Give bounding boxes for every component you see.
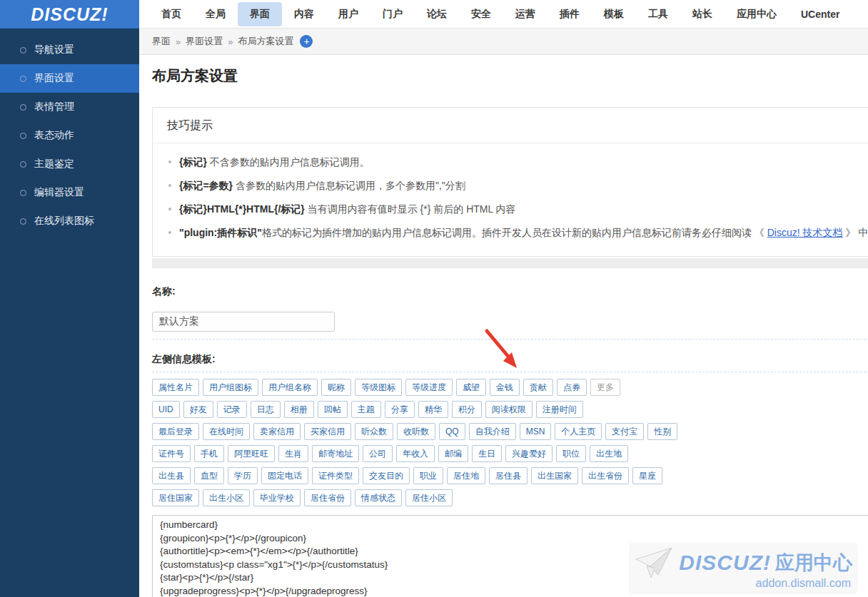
tag-button[interactable]: 出生小区 [203,489,250,506]
tag-button[interactable]: 居住县 [489,467,528,484]
sidebar-item-1[interactable]: 界面设置 [0,64,139,93]
tag-button[interactable]: 积分 [452,401,482,418]
sidebar-item-3[interactable]: 表态动作 [0,121,139,150]
add-scheme-button[interactable]: + [300,35,313,48]
tag-button[interactable]: 点券 [557,379,587,396]
nav-item-3[interactable]: 内容 [282,2,326,26]
tag-button[interactable]: 阿里旺旺 [228,445,275,462]
template-code-textarea[interactable]: {numbercard} {groupicon}<p>{*}</p>{/grou… [152,515,868,597]
sidebar-item-4[interactable]: 主题鉴定 [0,150,139,178]
tag-button[interactable]: 回帖 [318,401,348,418]
tag-button[interactable]: 威望 [456,379,486,396]
tag-button[interactable]: 血型 [194,467,224,484]
tag-button[interactable]: 等级进度 [405,379,453,396]
tag-button[interactable]: 最后登录 [152,423,199,440]
tag-button[interactable]: 卖家信用 [253,423,301,440]
tag-button[interactable]: 金钱 [490,379,520,396]
tag-button[interactable]: 用户组名称 [262,379,318,396]
scheme-name-input[interactable] [152,312,335,332]
tag-button[interactable]: 用户组图标 [203,379,258,396]
tag-button[interactable]: 好友 [183,401,213,418]
tag-button[interactable]: 属性名片 [152,379,199,396]
tag-button[interactable]: 居住地 [447,467,485,484]
tag-button[interactable]: 生肖 [278,445,308,462]
tag-button[interactable]: 日志 [251,401,281,418]
tag-button[interactable]: 年收入 [396,445,435,462]
tag-button[interactable]: 毕业学校 [253,489,301,506]
tag-button[interactable]: 生日 [472,445,502,462]
tag-button[interactable]: UID [152,401,180,418]
tag-button[interactable]: 分享 [385,401,415,418]
tip-item-2: {标记}HTML{*}HTML{/标记} 当有调用内容有值时显示 {*} 前后的… [168,198,868,221]
sidebar-item-5[interactable]: 编辑器设置 [0,178,139,207]
sidebar-item-label: 界面设置 [34,72,74,85]
sidebar-item-2[interactable]: 表情管理 [0,93,139,121]
nav-item-10[interactable]: 模板 [592,2,636,26]
tag-button[interactable]: 职业 [413,467,443,484]
tag-button[interactable]: 听众数 [355,423,393,440]
nav-item-13[interactable]: 应用中心 [725,2,789,26]
tag-button[interactable]: 阅读权限 [485,401,533,418]
tag-button[interactable]: 出生省份 [582,467,629,484]
top-nav: 首页全局界面内容用户门户论坛安全运营插件模板工具站长应用中心UCenter [139,0,868,29]
tag-button[interactable]: 居住国家 [152,489,199,506]
tag-button[interactable]: 出生国家 [531,467,578,484]
tag-button[interactable]: 昵称 [321,379,351,396]
tag-button[interactable]: 贡献 [523,379,553,396]
tag-button[interactable]: 自我介绍 [469,423,516,440]
tag-button[interactable]: 星座 [632,467,662,484]
tag-button[interactable]: 证件号 [152,445,191,462]
tag-button[interactable]: 个人主页 [555,423,602,440]
tag-button[interactable]: 邮编 [438,445,468,462]
tag-button[interactable]: 主题 [351,401,381,418]
left-template-label: 左侧信息模板: [152,353,868,366]
nav-item-14[interactable]: UCenter [789,3,852,26]
nav-item-9[interactable]: 插件 [547,2,592,26]
nav-item-1[interactable]: 全局 [193,2,238,26]
tag-button[interactable]: 支付宝 [605,423,644,440]
tag-button[interactable]: 记录 [217,401,247,418]
tech-doc-link[interactable]: Discuz! 技术文档 [767,227,843,238]
tag-button[interactable]: 注册时间 [536,401,583,418]
nav-item-7[interactable]: 安全 [459,2,503,26]
tag-button[interactable]: MSN [520,423,552,440]
tag-button[interactable]: 相册 [284,401,314,418]
nav-item-2[interactable]: 界面 [238,2,282,26]
breadcrumb-part-2: 布局方案设置 [238,35,293,48]
tag-button[interactable]: 等级图标 [355,379,402,396]
nav-item-4[interactable]: 用户 [326,2,370,26]
sidebar-item-6[interactable]: 在线列表图标 [0,207,139,235]
tag-button[interactable]: 出生县 [152,467,191,484]
nav-item-12[interactable]: 站长 [680,2,725,26]
tip-item-3: "plugin:插件标识"格式的标记为插件增加的贴内用户信息标记调用。插件开发人… [168,221,868,245]
tag-button[interactable]: 在线时间 [203,423,250,440]
nav-item-8[interactable]: 运营 [503,2,547,26]
nav-item-11[interactable]: 工具 [636,2,680,26]
more-tags-button[interactable]: 更多 [590,379,620,396]
tag-button[interactable]: 买家信用 [304,423,351,440]
tag-button[interactable]: 邮寄地址 [312,445,359,462]
circle-icon [20,104,26,111]
name-label: 名称: [152,285,868,298]
tag-button[interactable]: 收听数 [397,423,435,440]
tag-button[interactable]: 固定电话 [261,467,308,484]
tag-button[interactable]: 学历 [228,467,258,484]
tag-button[interactable]: 兴趣爱好 [505,445,552,462]
nav-item-6[interactable]: 论坛 [415,2,459,26]
tag-button[interactable]: 职位 [556,445,586,462]
nav-item-0[interactable]: 首页 [149,2,193,26]
tag-button[interactable]: QQ [439,423,465,440]
tag-button[interactable]: 居住省份 [304,489,351,506]
tag-button[interactable]: 证件类型 [312,467,359,484]
tag-button[interactable]: 情感状态 [355,489,402,506]
tag-button[interactable]: 精华 [418,401,448,418]
tag-button[interactable]: 出生地 [590,445,628,462]
nav-item-5[interactable]: 门户 [370,2,415,26]
tag-button[interactable]: 交友目的 [363,467,410,484]
tag-button[interactable]: 居住小区 [405,489,453,506]
tag-button[interactable]: 公司 [363,445,393,462]
sidebar-item-0[interactable]: 导航设置 [0,36,139,64]
tag-button[interactable]: 性别 [647,423,677,440]
circle-icon [20,218,26,225]
tag-button[interactable]: 手机 [194,445,224,462]
